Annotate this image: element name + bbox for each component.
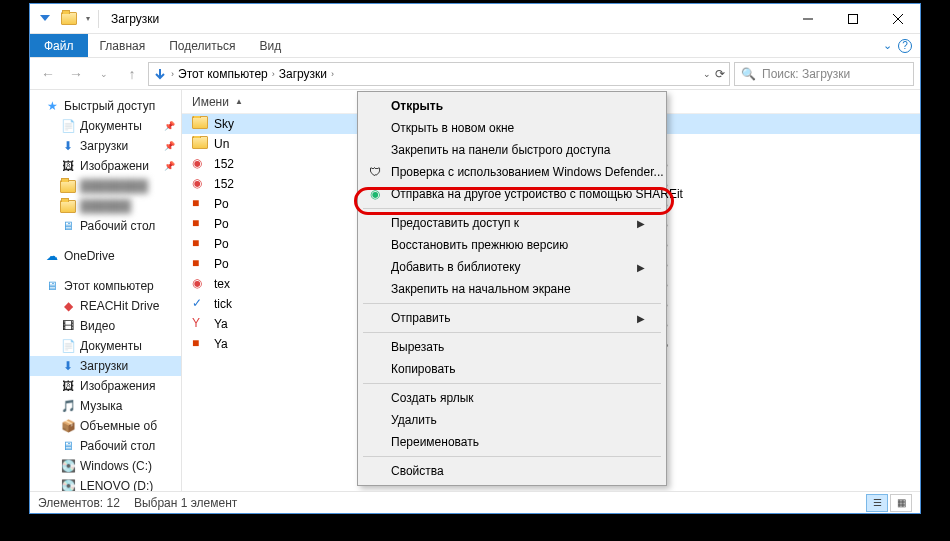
search-input[interactable]: 🔍 Поиск: Загрузки [734,62,914,86]
ctx-open[interactable]: Открыть [361,95,663,117]
nav-blur-1[interactable]: ████████ [30,176,181,196]
nav-videos[interactable]: 🎞Видео [30,316,181,336]
file-name: Un [214,137,229,151]
file-icon [192,136,208,152]
download-icon: ⬇ [60,138,76,154]
svg-rect-1 [848,14,857,23]
ctx-grant-access[interactable]: Предоставить доступ к▶ [361,212,663,234]
file-icon: ◉ [192,156,208,172]
nav-downloads-quick[interactable]: ⬇Загрузки📌 [30,136,181,156]
shareit-icon: ◉ [367,186,383,202]
nav-desktop-quick[interactable]: 🖥Рабочий стол [30,216,181,236]
minimize-button[interactable] [785,4,830,34]
ribbon-expand-icon[interactable]: ⌄ ? [883,34,920,57]
nav-pictures-pc[interactable]: 🖼Изображения [30,376,181,396]
ctx-shareit[interactable]: ◉Отправка на другое устройство с помощью… [361,183,663,205]
ctx-separator [363,456,661,457]
nav-back-button[interactable]: ← [36,62,60,86]
ctx-defender[interactable]: 🛡Проверка с использованием Windows Defen… [361,161,663,183]
ctx-delete[interactable]: Удалить [361,409,663,431]
ctx-properties[interactable]: Свойства [361,460,663,482]
file-icon: ■ [192,256,208,272]
ctx-open-new[interactable]: Открыть в новом окне [361,117,663,139]
qat-folder-icon [58,8,80,30]
shield-icon: 🛡 [367,164,383,180]
nav-music[interactable]: 🎵Музыка [30,396,181,416]
ctx-cut[interactable]: Вырезать [361,336,663,358]
file-name: Ya [214,317,228,331]
qat-dropdown-icon[interactable]: ▾ [82,8,94,30]
ribbon-file-tab[interactable]: Файл [30,34,88,57]
pin-icon: 📌 [164,121,175,131]
picture-icon: 🖼 [60,158,76,174]
close-button[interactable] [875,4,920,34]
search-icon: 🔍 [741,67,756,81]
view-details-button[interactable]: ☰ [866,494,888,512]
nav-forward-button[interactable]: → [64,62,88,86]
view-large-button[interactable]: ▦ [890,494,912,512]
nav-downloads-pc[interactable]: ⬇Загрузки [30,356,181,376]
ctx-separator [363,383,661,384]
file-name: Po [214,217,229,231]
pin-icon: 📌 [164,141,175,151]
nav-blur-2[interactable]: ██████ [30,196,181,216]
nav-documents[interactable]: 📄Документы📌 [30,116,181,136]
down-arrow-icon [153,67,167,81]
nav-desktop-pc[interactable]: 🖥Рабочий стол [30,436,181,456]
ctx-pin-start[interactable]: Закрепить на начальном экране [361,278,663,300]
file-icon: ✓ [192,296,208,312]
file-name: Po [214,237,229,251]
maximize-button[interactable] [830,4,875,34]
window-title: Загрузки [111,12,159,26]
nav-reachit[interactable]: ◆REACHit Drive [30,296,181,316]
nav-recent-button[interactable]: ⌄ [92,62,116,86]
breadcrumb-folder[interactable]: Загрузки› [279,67,334,81]
nav-documents-pc[interactable]: 📄Документы [30,336,181,356]
address-row: ← → ⌄ ↑ › Этот компьютер› Загрузки› ⌄ ⟳ … [30,58,920,90]
addr-dropdown-icon[interactable]: ⌄ [703,69,711,79]
ctx-separator [363,208,661,209]
nav-onedrive[interactable]: ☁OneDrive [30,246,181,266]
file-icon: ■ [192,196,208,212]
file-name: tick [214,297,232,311]
qat-down-icon[interactable] [34,8,56,30]
ctx-rename[interactable]: Переименовать [361,431,663,453]
file-icon: ■ [192,236,208,252]
nav-drive-d[interactable]: 💽LENOVO (D:) [30,476,181,491]
ctx-restore[interactable]: Восстановить прежнюю версию [361,234,663,256]
status-bar: Элементов: 12 Выбран 1 элемент ☰ ▦ [30,491,920,513]
ctx-send-to[interactable]: Отправить▶ [361,307,663,329]
nav-up-button[interactable]: ↑ [120,62,144,86]
nav-pictures-quick[interactable]: 🖼Изображени📌 [30,156,181,176]
star-icon: ★ [44,98,60,114]
file-name: Ya [214,337,228,351]
file-name: Sky [214,117,234,131]
ctx-library[interactable]: Добавить в библиотеку▶ [361,256,663,278]
nav-this-pc[interactable]: 🖥Этот компьютер [30,276,181,296]
col-name[interactable]: Имени▲ [182,95,382,109]
explorer-window: ▾ Загрузки Файл Главная Поделиться Вид ⌄… [29,3,921,514]
ctx-separator [363,332,661,333]
refresh-icon[interactable]: ⟳ [715,67,725,81]
ribbon-tab-view[interactable]: Вид [247,34,293,57]
ctx-shortcut[interactable]: Создать ярлык [361,387,663,409]
chevron-right-icon: ▶ [637,313,645,324]
address-bar[interactable]: › Этот компьютер› Загрузки› ⌄ ⟳ [148,62,730,86]
chevron-right-icon: ▶ [637,218,645,229]
status-selected: Выбран 1 элемент [134,496,237,510]
nav-drive-c[interactable]: 💽Windows (C:) [30,456,181,476]
file-icon [192,116,208,132]
ribbon-tab-share[interactable]: Поделиться [157,34,247,57]
ctx-copy[interactable]: Копировать [361,358,663,380]
status-count: Элементов: 12 [38,496,120,510]
nav-quick-access[interactable]: ★Быстрый доступ [30,96,181,116]
file-icon: ■ [192,336,208,352]
pc-icon: 🖥 [44,278,60,294]
cloud-icon: ☁ [44,248,60,264]
ctx-pin-quick[interactable]: Закрепить на панели быстрого доступа [361,139,663,161]
breadcrumb-root[interactable]: Этот компьютер› [178,67,275,81]
titlebar: ▾ Загрузки [30,4,920,34]
nav-3d[interactable]: 📦Объемные об [30,416,181,436]
ribbon-tab-home[interactable]: Главная [88,34,158,57]
file-name: Po [214,257,229,271]
